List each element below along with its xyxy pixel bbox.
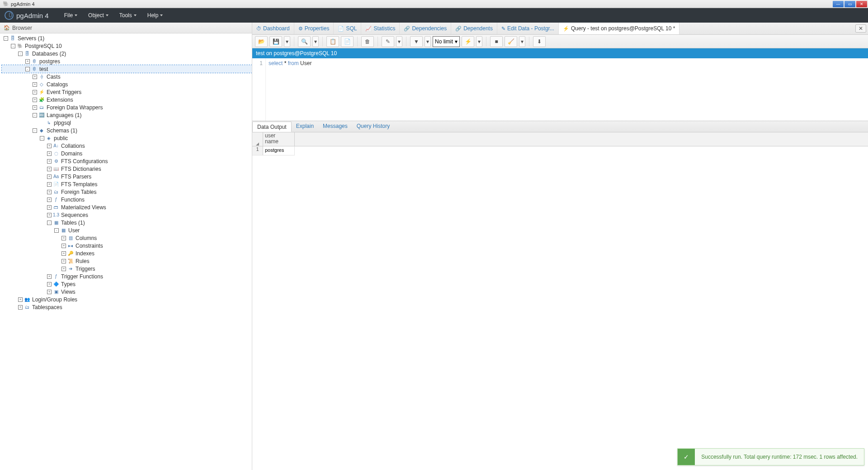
expander-icon[interactable]: + [18,297,23,302]
tree-node[interactable]: -🔤Languages (1) [2,111,252,119]
stop-button[interactable]: ■ [490,36,503,47]
tree-node[interactable]: -🐘PostgreSQL 10 [2,42,252,50]
execute-button[interactable]: ⚡ [462,36,474,47]
expander-icon[interactable]: + [25,59,30,64]
download-button[interactable]: ⬇ [533,36,546,47]
tree-node[interactable]: +◇Catalogs [2,80,252,88]
expander-icon[interactable]: + [47,159,52,164]
table-row[interactable]: 1postgres [252,146,868,155]
filter-dropdown-button[interactable]: ▾ [425,36,431,47]
expander-icon[interactable]: - [4,36,8,41]
expander-icon[interactable]: + [47,213,52,217]
expander-icon[interactable]: + [47,167,52,171]
close-tab-button[interactable]: ✕ [855,24,866,33]
tree-node[interactable]: +▣Views [2,288,252,296]
clear-dropdown-button[interactable]: ▾ [519,36,525,47]
expander-icon[interactable]: + [47,282,52,287]
edit-button[interactable]: ✎ [382,36,394,47]
menu-tools[interactable]: Tools [114,9,142,21]
expander-icon[interactable]: + [47,274,52,279]
expander-icon[interactable]: + [47,151,52,156]
expander-icon[interactable]: + [47,190,52,194]
object-tree[interactable]: -🗄Servers (1)-🐘PostgreSQL 10-🗄Databases … [0,33,252,470]
tree-node[interactable]: +ƒFunctions [2,196,252,203]
expander-icon[interactable]: + [33,82,37,87]
clear-button[interactable]: 🧹 [505,36,517,47]
find-dropdown-button[interactable]: ▾ [312,36,319,47]
tree-node[interactable]: +A↓Collations [2,142,252,150]
expander-icon[interactable]: + [33,90,37,94]
tree-node[interactable]: +▸◂Constraints [2,242,252,249]
find-button[interactable]: 🔍 [298,36,311,47]
tree-node[interactable]: -🗄Databases (2) [2,50,252,57]
expander-icon[interactable]: + [33,105,37,110]
expander-icon[interactable]: + [61,244,66,248]
filter-button[interactable]: ▼ [410,36,423,47]
menu-file[interactable]: File [59,9,83,21]
save-dropdown-button[interactable]: ▾ [284,36,290,47]
menu-object[interactable]: Object [83,9,114,21]
expander-icon[interactable]: - [47,221,52,225]
delete-row-button[interactable]: 🗑 [361,36,374,47]
expander-icon[interactable]: + [47,197,52,202]
row-limit-select[interactable]: No limit ▾ [433,36,460,47]
expander-icon[interactable]: + [18,305,23,310]
tab[interactable]: 📈Statistics [361,23,400,34]
tree-node[interactable]: +📄FTS Templates [2,180,252,188]
close-button[interactable]: ✕ [856,1,867,7]
expander-icon[interactable]: + [47,290,52,294]
tree-node[interactable]: +🗂Foreign Tables [2,188,252,196]
tree-node[interactable]: -▦User [2,226,252,234]
tree-node[interactable]: +📜Rules [2,257,252,265]
expander-icon[interactable]: - [54,228,59,233]
tree-node[interactable]: +🔑Indexes [2,249,252,257]
tree-node[interactable]: +1.3Sequences [2,211,252,219]
tree-node[interactable]: +🗃Materialized Views [2,203,252,211]
result-tab[interactable]: Messages [318,121,352,132]
tree-node[interactable]: -◆Schemas (1) [2,127,252,134]
expander-icon[interactable]: - [40,136,44,141]
tree-node[interactable]: +🧩Extensions [2,96,252,103]
sql-editor[interactable]: 1 select * from User [252,58,868,121]
tree-node[interactable]: +⟠Casts [2,73,252,80]
tree-node[interactable]: +▥Columns [2,234,252,242]
tree-node[interactable]: +🗂Foreign Data Wrappers [2,103,252,111]
minimize-button[interactable]: — [833,1,844,7]
tree-node[interactable]: +🗂Tablespaces [2,303,252,311]
expander-icon[interactable]: + [33,75,37,79]
tab[interactable]: 🔗Dependents [451,23,497,34]
tree-node[interactable]: +◌Domains [2,150,252,157]
expander-icon[interactable]: - [18,52,23,56]
expander-icon[interactable]: + [61,236,66,240]
tree-node[interactable]: -◈public [2,134,252,142]
tree-node[interactable]: +AaFTS Parsers [2,173,252,180]
tab[interactable]: ✎Edit Data - Postgr... [497,23,559,34]
expander-icon[interactable]: - [25,67,30,71]
code-line[interactable]: select * from User [266,58,314,121]
cell[interactable]: postgres [263,146,295,155]
result-grid[interactable]: ◢ user name 1postgres [252,132,868,470]
tree-node[interactable]: -🗄Servers (1) [2,34,252,42]
tree-node[interactable]: +📖FTS Dictionaries [2,165,252,173]
maximize-button[interactable]: ▭ [844,1,855,7]
tree-node[interactable]: -🛢test [2,65,252,73]
expander-icon[interactable]: + [47,205,52,210]
tree-node[interactable]: +👥Login/Group Roles [2,296,252,303]
tree-node[interactable]: +🛢postgres [2,57,252,65]
tab[interactable]: 🔗Dependencies [400,23,451,34]
execute-dropdown-button[interactable]: ▾ [476,36,482,47]
column-header[interactable]: user name [263,132,295,146]
menu-help[interactable]: Help [142,9,169,21]
tree-node[interactable]: +🔷Types [2,280,252,288]
tab[interactable]: 📄SQL [334,23,361,34]
result-tab[interactable]: Query History [352,121,394,132]
paste-button[interactable]: 📄 [341,36,354,47]
result-tab[interactable]: Explain [292,121,318,132]
save-file-button[interactable]: 💾 [269,36,282,47]
tab[interactable]: ⚙Properties [294,23,334,34]
tree-node[interactable]: +ƒTrigger Functions [2,273,252,280]
open-file-button[interactable]: 📂 [255,36,268,47]
tab[interactable]: ⏱Dashboard [252,23,294,34]
expander-icon[interactable]: + [33,98,37,102]
edit-dropdown-button[interactable]: ▾ [396,36,402,47]
